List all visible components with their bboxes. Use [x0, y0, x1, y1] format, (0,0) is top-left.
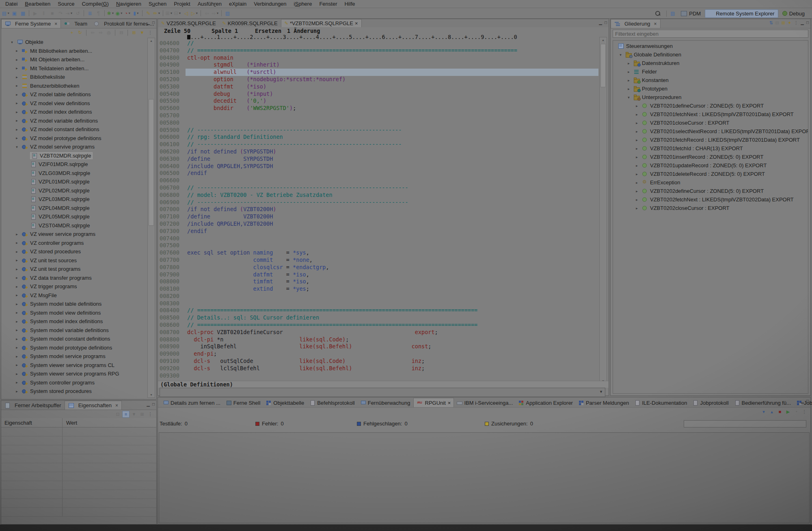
tree-item-vzbt0201fetchrecord-likeds-tmplvzbt0201data-export[interactable]: ▸VZBT0201fetchRecord : LIKEDS(tmplVZBT02…	[613, 136, 808, 144]
save-all-icon[interactable]: ▦	[19, 9, 27, 17]
prev-mark-icon[interactable]: ◁	[182, 9, 190, 17]
tree-item-steueranweisungen[interactable]: Steueranweisungen	[613, 42, 808, 50]
filter-icon[interactable]: ▼	[130, 411, 138, 418]
pin-icon[interactable]: ⊡	[114, 411, 121, 418]
history-icon[interactable]: ◔	[793, 408, 800, 415]
tree-item-vzbt0201closecursor-export[interactable]: ▸VZBT0201closeCursor : EXPORT	[613, 119, 808, 127]
tree-item-globale-definitionen[interactable]: ▾Globale Definitionen	[613, 50, 808, 59]
code-line-006000[interactable]: 006000// rpg: Standard Definitionen	[158, 134, 598, 141]
code-line-008100[interactable]: 008100 extind = *yes;	[158, 285, 598, 293]
view-menu-icon[interactable]: ⋮	[801, 408, 808, 415]
chevron-collapsed-icon[interactable]: ▸	[634, 121, 639, 125]
table-row[interactable]	[1, 445, 156, 454]
step-icon[interactable]: ↷	[56, 9, 65, 17]
code-line-004800[interactable]: 004800ctl-opt nomain	[158, 54, 598, 62]
resume-icon[interactable]: ▶	[31, 9, 39, 17]
open-perspective-icon[interactable]: ▨	[668, 9, 677, 17]
tree-item-vzlg03mdr-sqlrpgle[interactable]: VZLG03MDR.sqlrpgle	[2, 169, 146, 178]
menu-item-projekt[interactable]: Projekt	[170, 0, 194, 7]
tree-item-vz-model-index-definitions[interactable]: ▸VZ model index definitions	[2, 108, 146, 117]
tree-item-vz-stored-procedures[interactable]: ▸VZ stored procedures	[2, 247, 146, 256]
code-line-008500[interactable]: 008500// Details..: sql: SQL Cursor defi…	[158, 314, 598, 322]
next-failure-icon[interactable]: ▾	[760, 408, 767, 415]
code-line-007200[interactable]: 007200/include QRPGLEH,VZBT0200H	[158, 220, 598, 228]
chevron-collapsed-icon[interactable]: ▸	[14, 372, 19, 376]
chevron-expanded-icon[interactable]: ▾	[618, 53, 623, 57]
tree-item-system-model-view-definitions[interactable]: ▸System model view definitions	[2, 309, 146, 317]
code-line-006200[interactable]: 006200/if not defined (SYRPGSTDH)	[158, 148, 598, 155]
menu-item-source[interactable]: Source	[54, 0, 78, 7]
chevron-expanded-icon[interactable]: ▾	[14, 145, 19, 149]
close-icon[interactable]: ×	[355, 20, 358, 26]
tab-application-explorer[interactable]: Application Explorer	[516, 398, 576, 407]
tree-item-vz-controller-programs[interactable]: ▸VZ controller programs	[2, 239, 146, 248]
chevron-collapsed-icon[interactable]: ▸	[626, 78, 631, 82]
tree-item-vzif01mdr-sqlrpgle[interactable]: VZIF01MDR.sqlrpgle	[2, 160, 146, 169]
code-line-009300[interactable]: 009300	[158, 372, 598, 380]
tree-item-vzbt0201fetchnext-likeds-tmplvzbt0201data-export[interactable]: ▸VZBT0201fetchNext : LIKEDS(tmplVZBT0201…	[613, 110, 808, 119]
table-row[interactable]	[1, 454, 156, 463]
menu-item-compile-g[interactable]: Compile(G)	[78, 0, 112, 7]
tree-item-vz-model-view-definitions[interactable]: ▸VZ model view definitions	[2, 99, 146, 108]
menu-item-explain[interactable]: eXplain	[225, 0, 250, 7]
search-icon[interactable]	[655, 11, 661, 16]
tree-item-system-viewer-service-programs-cl[interactable]: ▸System viewer service programs CL	[2, 361, 146, 370]
chevron-collapsed-icon[interactable]: ▸	[14, 328, 19, 332]
tree-item-vz-msgfile[interactable]: ▸VZ MsgFile	[2, 291, 146, 300]
scroll-down-icon[interactable]: ▼	[148, 392, 155, 397]
chevron-collapsed-icon[interactable]: ▸	[14, 119, 19, 123]
collapse-all-icon[interactable]: ⊟	[775, 20, 779, 26]
tab-ibm-i-serviceeinga[interactable]: IBM i-Serviceeinga...	[454, 398, 516, 407]
tree-item-vz-unit-test-programs[interactable]: ▸VZ unit test programs	[2, 265, 146, 274]
chevron-collapsed-icon[interactable]: ▸	[14, 258, 19, 262]
minimize-icon[interactable]: ▁	[147, 402, 150, 406]
chevron-collapsed-icon[interactable]: ▸	[14, 75, 19, 79]
view-menu-icon[interactable]: ⋮	[147, 411, 154, 418]
chevron-collapsed-icon[interactable]: ▸	[14, 241, 19, 245]
table-row[interactable]	[1, 481, 156, 490]
tab-ferner-arbeitspuffer[interactable]: Ferner Arbeitspuffer	[1, 401, 65, 410]
minimize-icon[interactable]: ▁	[801, 399, 804, 403]
code-line-006300[interactable]: 006300/define SYRPGSTDH	[158, 155, 598, 163]
tab-bedienerführung-fü[interactable]: Bedienerführung fü...	[732, 398, 794, 407]
table-row[interactable]	[1, 463, 156, 472]
tab-befehlsprotokoll[interactable]: Befehlsprotokoll	[307, 398, 358, 407]
code-line-007700[interactable]: 007700 commit = *none,	[158, 257, 598, 264]
tree-item-vzbt0201updaterecord-zoned-5-0-export[interactable]: ▸VZBT0201updateRecord : ZONED(5: 0) EXPO…	[613, 161, 808, 170]
editor-tab-vzbt02mdr-sqlrpgle[interactable]: ✎*VZBT02MDR.SQLRPGLE×	[281, 19, 362, 27]
chevron-collapsed-icon[interactable]: ▸	[14, 363, 19, 367]
remote-systems-scrollbar[interactable]: ▲ ▼	[147, 38, 155, 398]
code-line-008700[interactable]: 008700dcl-proc VZBT0201defineCursor expo…	[158, 329, 598, 336]
prev-failure-icon[interactable]: ▴	[768, 408, 775, 415]
tree-item-vzbt0201definecursor-zoned-5-0-export[interactable]: ▸VZBT0201defineCursor : ZONED(5: 0) EXPO…	[613, 101, 808, 110]
chevron-collapsed-icon[interactable]: ▸	[14, 389, 19, 393]
chevron-collapsed-icon[interactable]: ▸	[14, 311, 19, 315]
tree-item-system-stored-procedures[interactable]: ▸System stored procedures	[2, 387, 146, 396]
tree-item-vz-trigger-programs[interactable]: ▸VZ trigger programs	[2, 282, 146, 291]
menu-item-ausführen[interactable]: Ausführen	[194, 0, 225, 7]
next-mark-icon[interactable]: ▷▼	[190, 9, 199, 17]
code-line-009000[interactable]: 009000 end-pi;	[158, 350, 598, 358]
chevron-expanded-icon[interactable]: ▾	[626, 95, 631, 99]
table-row[interactable]	[1, 427, 156, 436]
view-menu-icon[interactable]: ⋮	[794, 20, 798, 26]
tree-item-vzbt0201deleterecord-zoned-5-0-export[interactable]: ▸VZBT0201deleteRecord : ZONED(5: 0) EXPO…	[613, 170, 808, 178]
menu-item-isphere[interactable]: iSphere	[290, 0, 316, 7]
tree-item-vzbt0201fetchid-char-13-export[interactable]: ▸VZBT0201fetchId : CHAR(13) EXPORT	[613, 144, 808, 153]
tree-item-vzpl03mdr-sqlrpgle[interactable]: VZPL03MDR.sqlrpgle	[2, 195, 146, 204]
verify-icon[interactable]: ✎	[144, 9, 153, 17]
tree-item-vzbt02mdr-sqlrpgle[interactable]: VZBT02MDR.sqlrpgle	[2, 151, 146, 160]
tree-item-vz-viewer-service-programs[interactable]: ▸VZ viewer service programs	[2, 230, 146, 239]
chevron-collapsed-icon[interactable]: ▸	[634, 164, 639, 168]
sort-icon[interactable]: ⇅	[769, 20, 773, 26]
code-line-009100[interactable]: 009100 dcl-s outSqlCode like(sql.Code) i…	[158, 358, 598, 365]
chevron-collapsed-icon[interactable]: ▸	[14, 380, 19, 384]
tab-objekttabelle[interactable]: Objekttabelle	[263, 398, 307, 407]
tree-item-vzpl02mdr-sqlrpgle[interactable]: VZPL02MDR.sqlrpgle	[2, 186, 146, 195]
tree-item-bibliotheksliste[interactable]: ▸Bibliotheksliste	[2, 73, 146, 82]
code-line-006900[interactable]: 006900// -------------------------------…	[158, 199, 598, 206]
tree-item-system-controller-programs[interactable]: ▸System controller programs	[2, 378, 146, 387]
scroll-up-icon[interactable]: ▲	[148, 38, 155, 43]
chevron-collapsed-icon[interactable]: ▸	[14, 337, 19, 341]
tree-mode-icon[interactable]: ≡	[122, 411, 130, 418]
